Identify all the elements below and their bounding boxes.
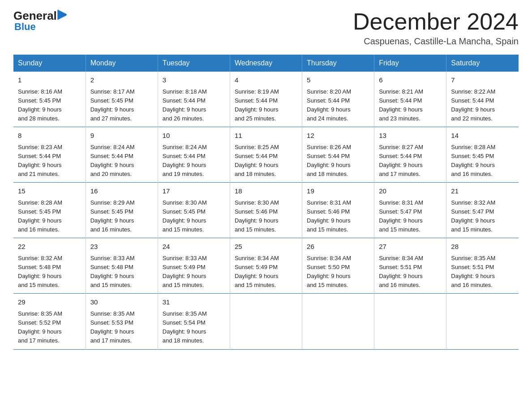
day-cell: 2Sunrise: 8:17 AMSunset: 5:45 PMDaylight… (86, 72, 158, 127)
week-row-2: 8Sunrise: 8:23 AMSunset: 5:44 PMDaylight… (13, 127, 519, 183)
day-info: Sunrise: 8:24 AMSunset: 5:44 PMDaylight:… (163, 143, 225, 179)
day-number: 25 (235, 242, 297, 252)
day-number: 23 (90, 242, 153, 252)
day-cell: 27Sunrise: 8:34 AMSunset: 5:51 PMDayligh… (374, 238, 446, 294)
day-cell: 28Sunrise: 8:35 AMSunset: 5:51 PMDayligh… (446, 238, 519, 294)
day-number: 3 (163, 75, 225, 86)
day-number: 7 (451, 75, 514, 86)
day-number: 15 (18, 186, 81, 197)
day-cell: 9Sunrise: 8:24 AMSunset: 5:44 PMDaylight… (86, 127, 158, 183)
col-header-tuesday: Tuesday (158, 55, 230, 72)
day-info: Sunrise: 8:30 AMSunset: 5:45 PMDaylight:… (163, 198, 225, 235)
day-cell: 13Sunrise: 8:27 AMSunset: 5:44 PMDayligh… (374, 127, 446, 183)
page-header: General ⯈ Blue December 2024 Caspuenas, … (13, 9, 519, 47)
day-number: 21 (451, 186, 514, 197)
day-info: Sunrise: 8:33 AMSunset: 5:48 PMDaylight:… (90, 254, 153, 290)
day-cell: 30Sunrise: 8:35 AMSunset: 5:53 PMDayligh… (86, 294, 158, 349)
title-block: December 2024 Caspuenas, Castille-La Man… (353, 9, 519, 47)
day-cell: 20Sunrise: 8:31 AMSunset: 5:47 PMDayligh… (374, 183, 446, 238)
day-cell: 31Sunrise: 8:35 AMSunset: 5:54 PMDayligh… (158, 294, 230, 349)
day-number: 4 (235, 75, 297, 86)
day-info: Sunrise: 8:32 AMSunset: 5:48 PMDaylight:… (18, 254, 81, 290)
logo-blue-label: Blue (14, 21, 36, 33)
main-title: December 2024 (353, 9, 519, 34)
day-cell: 1Sunrise: 8:16 AMSunset: 5:45 PMDaylight… (13, 72, 86, 127)
day-cell: 7Sunrise: 8:22 AMSunset: 5:44 PMDaylight… (446, 72, 519, 127)
day-number: 19 (307, 186, 369, 197)
logo-blue-text: ⯈ (57, 9, 69, 23)
day-number: 18 (235, 186, 297, 197)
day-number: 13 (379, 131, 442, 141)
col-header-monday: Monday (86, 55, 158, 72)
day-cell: 19Sunrise: 8:31 AMSunset: 5:46 PMDayligh… (302, 183, 374, 238)
week-row-5: 29Sunrise: 8:35 AMSunset: 5:52 PMDayligh… (13, 294, 519, 349)
day-number: 20 (379, 186, 442, 197)
logo: General ⯈ Blue (13, 9, 69, 33)
col-header-saturday: Saturday (446, 55, 519, 72)
day-number: 17 (163, 186, 225, 197)
day-cell: 4Sunrise: 8:19 AMSunset: 5:44 PMDaylight… (230, 72, 302, 127)
col-header-friday: Friday (374, 55, 446, 72)
day-number: 9 (90, 131, 153, 141)
day-cell: 12Sunrise: 8:26 AMSunset: 5:44 PMDayligh… (302, 127, 374, 183)
day-cell: 10Sunrise: 8:24 AMSunset: 5:44 PMDayligh… (158, 127, 230, 183)
col-header-wednesday: Wednesday (230, 55, 302, 72)
subtitle: Caspuenas, Castille-La Mancha, Spain (353, 36, 519, 47)
day-info: Sunrise: 8:34 AMSunset: 5:51 PMDaylight:… (379, 254, 442, 290)
day-number: 1 (18, 75, 81, 86)
day-info: Sunrise: 8:21 AMSunset: 5:44 PMDaylight:… (379, 87, 442, 124)
day-info: Sunrise: 8:17 AMSunset: 5:45 PMDaylight:… (90, 87, 153, 124)
day-info: Sunrise: 8:30 AMSunset: 5:46 PMDaylight:… (235, 198, 297, 235)
day-number: 24 (163, 242, 225, 252)
day-cell: 15Sunrise: 8:28 AMSunset: 5:45 PMDayligh… (13, 183, 86, 238)
day-info: Sunrise: 8:34 AMSunset: 5:49 PMDaylight:… (235, 254, 297, 290)
day-info: Sunrise: 8:32 AMSunset: 5:47 PMDaylight:… (451, 198, 514, 235)
day-info: Sunrise: 8:35 AMSunset: 5:52 PMDaylight:… (18, 309, 81, 346)
day-info: Sunrise: 8:16 AMSunset: 5:45 PMDaylight:… (18, 87, 81, 124)
day-cell: 23Sunrise: 8:33 AMSunset: 5:48 PMDayligh… (86, 238, 158, 294)
day-number: 28 (451, 242, 514, 252)
day-number: 22 (18, 242, 81, 252)
day-cell: 22Sunrise: 8:32 AMSunset: 5:48 PMDayligh… (13, 238, 86, 294)
day-cell (446, 294, 519, 349)
day-cell: 29Sunrise: 8:35 AMSunset: 5:52 PMDayligh… (13, 294, 86, 349)
day-cell (302, 294, 374, 349)
day-info: Sunrise: 8:29 AMSunset: 5:45 PMDaylight:… (90, 198, 153, 235)
day-cell: 8Sunrise: 8:23 AMSunset: 5:44 PMDaylight… (13, 127, 86, 183)
calendar-table: SundayMondayTuesdayWednesdayThursdayFrid… (13, 55, 519, 349)
day-cell (230, 294, 302, 349)
day-cell: 21Sunrise: 8:32 AMSunset: 5:47 PMDayligh… (446, 183, 519, 238)
day-cell: 17Sunrise: 8:30 AMSunset: 5:45 PMDayligh… (158, 183, 230, 238)
col-header-sunday: Sunday (13, 55, 86, 72)
day-cell: 6Sunrise: 8:21 AMSunset: 5:44 PMDaylight… (374, 72, 446, 127)
day-info: Sunrise: 8:31 AMSunset: 5:47 PMDaylight:… (379, 198, 442, 235)
day-number: 11 (235, 131, 297, 141)
day-info: Sunrise: 8:27 AMSunset: 5:44 PMDaylight:… (379, 143, 442, 179)
week-row-3: 15Sunrise: 8:28 AMSunset: 5:45 PMDayligh… (13, 183, 519, 238)
day-number: 26 (307, 242, 369, 252)
day-info: Sunrise: 8:19 AMSunset: 5:44 PMDaylight:… (235, 87, 297, 124)
day-info: Sunrise: 8:33 AMSunset: 5:49 PMDaylight:… (163, 254, 225, 290)
day-cell: 11Sunrise: 8:25 AMSunset: 5:44 PMDayligh… (230, 127, 302, 183)
day-info: Sunrise: 8:28 AMSunset: 5:45 PMDaylight:… (18, 198, 81, 235)
day-number: 30 (90, 297, 153, 308)
day-number: 29 (18, 297, 81, 308)
day-info: Sunrise: 8:23 AMSunset: 5:44 PMDaylight:… (18, 143, 81, 179)
day-number: 6 (379, 75, 442, 86)
day-cell: 16Sunrise: 8:29 AMSunset: 5:45 PMDayligh… (86, 183, 158, 238)
day-info: Sunrise: 8:25 AMSunset: 5:44 PMDaylight:… (235, 143, 297, 179)
day-number: 16 (90, 186, 153, 197)
day-info: Sunrise: 8:35 AMSunset: 5:54 PMDaylight:… (163, 309, 225, 346)
day-number: 8 (18, 131, 81, 141)
day-cell: 26Sunrise: 8:34 AMSunset: 5:50 PMDayligh… (302, 238, 374, 294)
day-number: 27 (379, 242, 442, 252)
day-number: 10 (163, 131, 225, 141)
day-info: Sunrise: 8:31 AMSunset: 5:46 PMDaylight:… (307, 198, 369, 235)
day-info: Sunrise: 8:26 AMSunset: 5:44 PMDaylight:… (307, 143, 369, 179)
day-number: 5 (307, 75, 369, 86)
day-number: 31 (163, 297, 225, 308)
week-row-4: 22Sunrise: 8:32 AMSunset: 5:48 PMDayligh… (13, 238, 519, 294)
day-cell: 18Sunrise: 8:30 AMSunset: 5:46 PMDayligh… (230, 183, 302, 238)
day-number: 12 (307, 131, 369, 141)
day-info: Sunrise: 8:34 AMSunset: 5:50 PMDaylight:… (307, 254, 369, 290)
